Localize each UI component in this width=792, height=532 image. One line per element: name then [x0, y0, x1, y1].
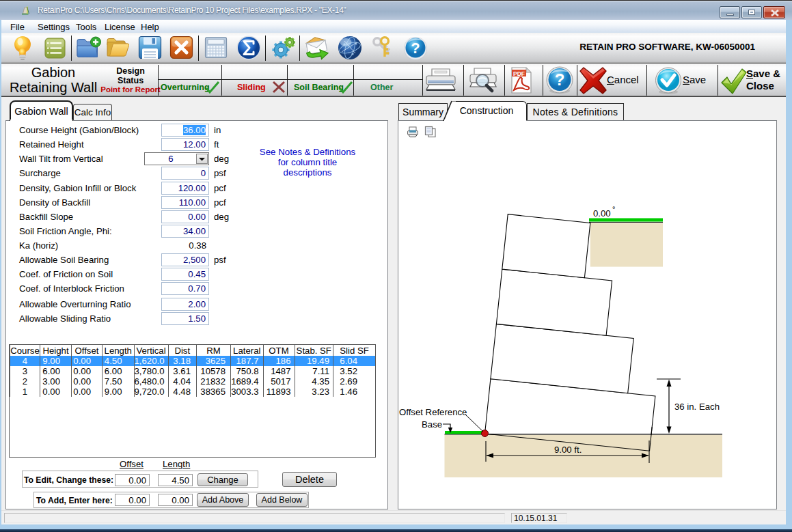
svg-text:?: ?	[411, 40, 420, 57]
svg-text:°: °	[612, 205, 615, 213]
svg-text:9.00 ft.: 9.00 ft.	[554, 445, 582, 455]
svg-text:Offset Reference: Offset Reference	[399, 407, 467, 417]
svg-text:Base: Base	[422, 419, 442, 430]
svg-text:36 in. Each: 36 in. Each	[674, 402, 720, 412]
svg-text:PDF: PDF	[513, 70, 525, 77]
svg-text:0.00: 0.00	[593, 208, 611, 219]
svg-text:?: ?	[555, 70, 565, 89]
